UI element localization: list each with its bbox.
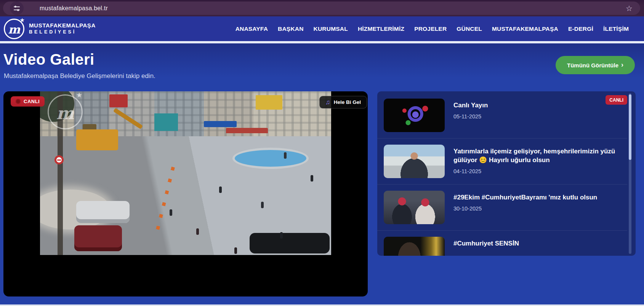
video-meta: Yatırımlarla ilçemiz gelişiyor, hemşehri… xyxy=(453,145,621,178)
brand-subtitle: BELEDİYESİ xyxy=(29,29,96,35)
nav-item-kurumsal[interactable]: KURUMSAL xyxy=(314,26,348,32)
url-field[interactable]: mustafakemalpasa.bel.tr ☆ xyxy=(3,2,640,15)
nav-item-g-ncel[interactable]: GÜNCEL xyxy=(457,26,482,32)
view-all-button[interactable]: Tümünü Görüntüle › xyxy=(556,56,635,74)
emblem-monogram: m xyxy=(8,24,20,35)
red-car xyxy=(74,225,122,251)
tune-icon xyxy=(14,6,20,11)
panel-live-badge: CANLI xyxy=(606,95,627,105)
nav-item-i-leti-i-m[interactable]: İLETİŞİM xyxy=(603,26,629,32)
red-awning xyxy=(226,128,268,133)
page-title: Video Galeri xyxy=(3,51,95,68)
video-thumbnail[interactable] xyxy=(384,191,445,224)
live-dot-icon xyxy=(16,99,21,104)
excavator xyxy=(76,129,118,150)
no-entry-sign xyxy=(54,155,64,164)
video-list-item[interactable]: Yatırımlarla ilçemiz gelişiyor, hemşehri… xyxy=(377,138,627,184)
video-title: #Cumhuriyet SENSİN xyxy=(453,239,519,248)
watermark-logo-icon: m ★ xyxy=(48,94,83,129)
pedestrians xyxy=(219,186,222,193)
music-note-icon: ♫ xyxy=(325,99,330,105)
camera-feed: m ★ xyxy=(40,91,331,255)
video-thumbnail[interactable] xyxy=(384,99,445,132)
video-date: 30-10-2025 xyxy=(453,206,597,212)
brand-text: MUSTAFAKEMALPAŞA BELEDİYESİ xyxy=(29,22,96,35)
video-title: Canlı Yayın xyxy=(453,101,488,110)
video-title: #29Ekim #CumhuriyetBayramı 'mız kutlu ol… xyxy=(453,193,597,202)
emblem-star-icon: ★ xyxy=(20,17,25,24)
video-list-item[interactable]: #29Ekim #CumhuriyetBayramı 'mız kutlu ol… xyxy=(377,184,627,230)
video-meta: #29Ekim #CumhuriyetBayramı 'mız kutlu ol… xyxy=(453,191,597,224)
main-navbar: m ★ MUSTAFAKEMALPAŞA BELEDİYESİ ANASAYFA… xyxy=(0,16,644,41)
page-subtitle: Mustafakemalpaşa Belediye Gelişmelerini … xyxy=(4,72,155,80)
video-date: 05-11-2025 xyxy=(453,113,488,120)
watermark-star-icon: ★ xyxy=(76,91,82,99)
red-banner-sign xyxy=(109,94,128,107)
live-video-player[interactable]: m ★ CANLI ♫ Hele Bi Gel xyxy=(3,91,368,296)
video-list-item[interactable]: Canlı Yayın05-11-2025 xyxy=(377,91,627,138)
watermark-monogram: m xyxy=(56,104,74,123)
scrollbar-thumb[interactable] xyxy=(629,94,631,160)
next-section-edge xyxy=(0,304,644,306)
site-settings-icon[interactable] xyxy=(10,2,24,15)
video-meta: Canlı Yayın05-11-2025 xyxy=(453,99,488,132)
black-car xyxy=(250,233,330,253)
nav-item-hi-zmetleri-mi-z[interactable]: HİZMETLERİMİZ xyxy=(358,26,404,32)
main-menu: ANASAYFABAŞKANKURUMSALHİZMETLERİMİZPROJE… xyxy=(235,26,629,32)
url-text: mustafakemalpasa.bel.tr xyxy=(40,5,108,12)
yellow-sign xyxy=(256,95,282,110)
nav-item-projeler[interactable]: PROJELER xyxy=(414,26,447,32)
blue-sign xyxy=(204,121,237,127)
municipality-emblem-icon: m ★ xyxy=(4,19,24,39)
video-meta: #Cumhuriyet SENSİN xyxy=(453,237,519,256)
video-thumbnail[interactable] xyxy=(384,237,445,256)
nav-item-e-dergi-[interactable]: E-DERGİ xyxy=(568,26,593,32)
video-thumbnail[interactable] xyxy=(384,145,445,178)
view-all-label: Tümünü Görüntüle xyxy=(567,62,618,69)
white-car xyxy=(76,201,130,223)
video-title: Yatırımlarla ilçemiz gelişiyor, hemşehri… xyxy=(453,147,621,165)
video-list-item[interactable]: #Cumhuriyet SENSİN xyxy=(377,230,627,256)
music-chip-label: Hele Bi Gel xyxy=(334,99,361,105)
music-chip: ♫ Hele Bi Gel xyxy=(319,96,367,108)
nav-item-anasayfa[interactable]: ANASAYFA xyxy=(235,26,268,32)
nav-item-mustafakemalpa-a[interactable]: MUSTAFAKEMALPAŞA xyxy=(492,26,558,32)
teal-storefront xyxy=(154,113,178,131)
plaza-fountain xyxy=(232,148,309,169)
live-badge: CANLI xyxy=(11,96,45,107)
video-items-container: Canlı Yayın05-11-2025Yatırımlarla ilçemi… xyxy=(377,91,627,256)
brand-title: MUSTAFAKEMALPAŞA xyxy=(29,22,96,29)
bookmark-star-icon[interactable]: ☆ xyxy=(626,5,633,12)
video-list-panel: CANLI Canlı Yayın05-11-2025Yatırımlarla … xyxy=(377,91,636,256)
chevron-right-icon: › xyxy=(621,61,623,68)
browser-url-bar: mustafakemalpasa.bel.tr ☆ xyxy=(0,0,644,16)
nav-item-ba-kan[interactable]: BAŞKAN xyxy=(278,26,304,32)
video-date: 04-11-2025 xyxy=(453,168,621,174)
scrollbar-track[interactable] xyxy=(629,93,631,254)
site-logo[interactable]: m ★ MUSTAFAKEMALPAŞA BELEDİYESİ xyxy=(4,19,96,39)
live-badge-label: CANLI xyxy=(24,99,40,104)
